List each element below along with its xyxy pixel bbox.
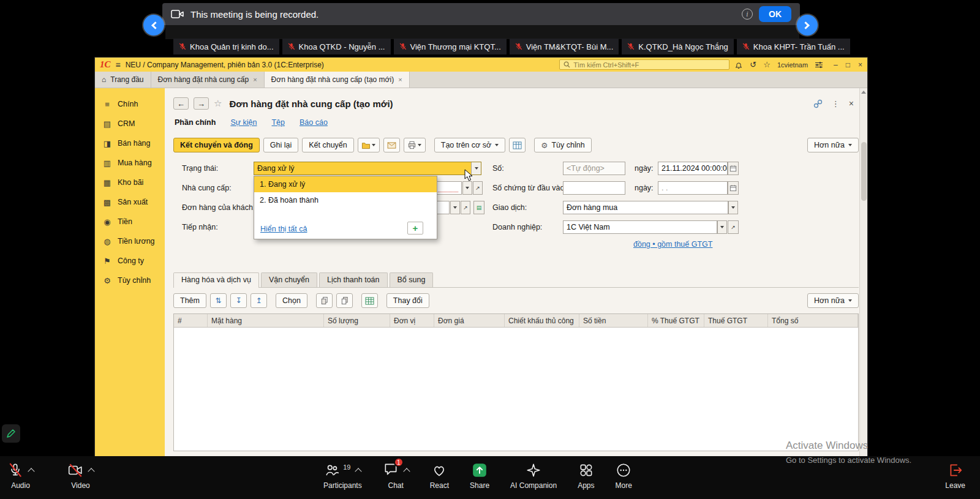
prev-page-button[interactable] — [143, 15, 164, 36]
col-don-vi[interactable]: Đơn vị — [390, 314, 434, 327]
pick-items-button[interactable]: Chọn — [276, 293, 307, 308]
participant-tab[interactable]: Viện TM&KTQT- Bùi M... — [510, 39, 619, 54]
incoming-doc-field[interactable] — [563, 181, 625, 195]
number-field[interactable]: <Tự động> — [563, 162, 625, 175]
participants-caret[interactable] — [355, 468, 362, 475]
items-table-body[interactable] — [174, 328, 858, 451]
minimize-button[interactable]: – — [834, 61, 838, 69]
col-pct-thue[interactable]: % Thuế GTGT — [648, 314, 704, 327]
move-rows-button[interactable]: ⇅ — [210, 293, 227, 308]
sidebar-item-ban-hang[interactable]: ◨Bán hàng — [95, 133, 165, 153]
sidebar-item-crm[interactable]: ▤CRM — [95, 114, 165, 133]
notifications-bell-icon[interactable] — [734, 61, 743, 69]
ai-companion-control[interactable]: AI Companion — [510, 461, 557, 490]
annotation-tool[interactable] — [2, 424, 20, 443]
detail-more-button[interactable]: Hơn nữa — [807, 293, 859, 308]
move-up-button[interactable]: ↥ — [251, 293, 267, 308]
more-menu-icon[interactable]: ⋮ — [832, 99, 840, 108]
status-field[interactable]: Đang xử lý — [254, 162, 481, 175]
global-search-input[interactable]: Tìm kiếm Ctrl+Shift+F — [559, 59, 729, 70]
create-based-on-button[interactable]: Tạo trên cơ sở — [434, 138, 505, 152]
tab-van-chuyen[interactable]: Vận chuyển — [261, 272, 317, 287]
participants-control[interactable]: 19 Participants — [323, 461, 362, 490]
col-number[interactable]: # — [174, 314, 208, 327]
info-icon[interactable]: i — [742, 9, 753, 20]
forward-button[interactable]: → — [194, 97, 209, 110]
favorite-star-icon[interactable]: ☆ — [214, 98, 222, 109]
nav-su-kien[interactable]: Sự kiện — [230, 118, 257, 127]
company-open-button[interactable]: ↗ — [728, 220, 739, 234]
participant-tab[interactable]: K.QTKD_Hà Ngọc Thắng — [622, 39, 733, 54]
customer-order-open-button[interactable]: ↗ — [461, 201, 470, 214]
save-button[interactable]: Ghi lại — [263, 138, 298, 152]
history-icon[interactable]: ↺ — [750, 60, 756, 69]
maximize-button[interactable]: □ — [846, 61, 850, 69]
tab-lich-thanh-toan[interactable]: Lịch thanh toán — [319, 272, 388, 287]
sidebar-item-san-xuat[interactable]: ▩Sản xuất — [95, 192, 165, 212]
col-don-gia[interactable]: Đơn giá — [434, 314, 505, 327]
audio-control[interactable]: Audio — [7, 461, 34, 490]
col-so-tien[interactable]: Số tiền — [579, 314, 648, 327]
favorites-star-icon[interactable]: ☆ — [763, 60, 771, 69]
video-control[interactable]: Video — [67, 461, 94, 490]
col-so-luong[interactable]: Số lượng — [324, 314, 390, 327]
customer-order-create-button[interactable]: ▤ — [473, 201, 484, 214]
reports-grid-button[interactable] — [509, 138, 526, 152]
date-field[interactable]: 21.11.2024 00:00:00 — [658, 162, 728, 175]
incoming-date-field[interactable]: . . — [658, 181, 728, 195]
scrollbar-thumb[interactable] — [861, 142, 867, 201]
close-document-icon[interactable]: × — [849, 99, 854, 108]
company-combo-button[interactable] — [717, 220, 727, 234]
post-button[interactable]: Kết chuyển — [302, 138, 354, 152]
transaction-combo-button[interactable] — [728, 201, 738, 214]
col-chiet-khau[interactable]: Chiết khấu thủ công — [505, 314, 579, 327]
load-from-spreadsheet-button[interactable] — [361, 293, 378, 308]
incoming-date-calendar-button[interactable] — [728, 181, 739, 195]
share-control[interactable]: Share — [470, 461, 489, 490]
video-options-caret[interactable] — [88, 468, 94, 475]
more-control[interactable]: More — [616, 461, 632, 490]
ok-button[interactable]: OK — [759, 6, 791, 22]
main-menu-icon[interactable]: ≡ — [116, 60, 121, 70]
copy-button[interactable] — [316, 293, 333, 308]
col-thue-gtgt[interactable]: Thuế GTGT — [704, 314, 768, 327]
close-window-button[interactable]: × — [858, 61, 862, 69]
tab-supplier-order-new[interactable]: Đơn hàng đặt nhà cung cấp (tạo mới) × — [265, 72, 410, 88]
settings-sliders-icon[interactable] — [815, 61, 823, 69]
change-button[interactable]: Thay đổi — [386, 293, 429, 308]
sidebar-item-tien[interactable]: ◉Tiền — [95, 212, 165, 231]
sidebar-item-tuy-chinh[interactable]: ⚙Tùy chỉnh — [95, 271, 165, 290]
tab-hang-hoa-dich-vu[interactable]: Hàng hóa và dịch vụ — [173, 272, 259, 288]
more-button[interactable]: Hơn nữa — [807, 138, 859, 152]
supplier-combo-button[interactable] — [462, 181, 472, 195]
supplier-open-button[interactable]: ↗ — [473, 181, 483, 195]
date-calendar-button[interactable] — [728, 162, 739, 175]
currency-settings-link[interactable]: đồng • gồm thuế GTGT — [633, 240, 712, 249]
paste-button[interactable] — [336, 293, 353, 308]
participant-tab[interactable]: Khoa KHPT- Trần Tuấn ... — [737, 39, 850, 54]
transaction-field[interactable]: Đơn hàng mua — [563, 201, 728, 214]
company-field[interactable]: 1C Việt Nam — [563, 220, 717, 234]
chat-caret[interactable] — [403, 468, 410, 475]
nav-bao-cao[interactable]: Báo cáo — [300, 118, 328, 127]
tab-close-icon[interactable]: × — [398, 76, 402, 83]
show-all-link[interactable]: Hiển thị tất cả — [260, 225, 307, 233]
vertical-scrollbar[interactable] — [859, 88, 867, 456]
next-page-button[interactable] — [797, 15, 818, 36]
sidebar-item-tien-luong[interactable]: ◍Tiền lương — [95, 231, 165, 251]
link-icon[interactable] — [813, 99, 823, 108]
print-button[interactable] — [404, 138, 426, 152]
leave-control[interactable]: Leave — [945, 461, 965, 490]
react-control[interactable]: React — [430, 461, 449, 490]
nav-phan-chinh[interactable]: Phần chính — [175, 118, 216, 127]
add-row-button[interactable]: Thêm — [173, 293, 206, 308]
apps-control[interactable]: Apps — [578, 461, 594, 490]
post-and-close-button[interactable]: Kết chuyển và đóng — [173, 138, 260, 152]
sidebar-item-cong-ty[interactable]: ⚑Công ty — [95, 251, 165, 271]
move-down-button[interactable]: ↧ — [230, 293, 247, 308]
sidebar-item-chinh[interactable]: ≡Chính — [95, 94, 165, 114]
email-button[interactable] — [383, 138, 400, 152]
audio-options-caret[interactable] — [28, 468, 34, 475]
col-tong-so[interactable]: Tổng số — [768, 314, 858, 327]
participant-tab[interactable]: Khoa QTKD - Nguyễn ... — [282, 39, 391, 54]
